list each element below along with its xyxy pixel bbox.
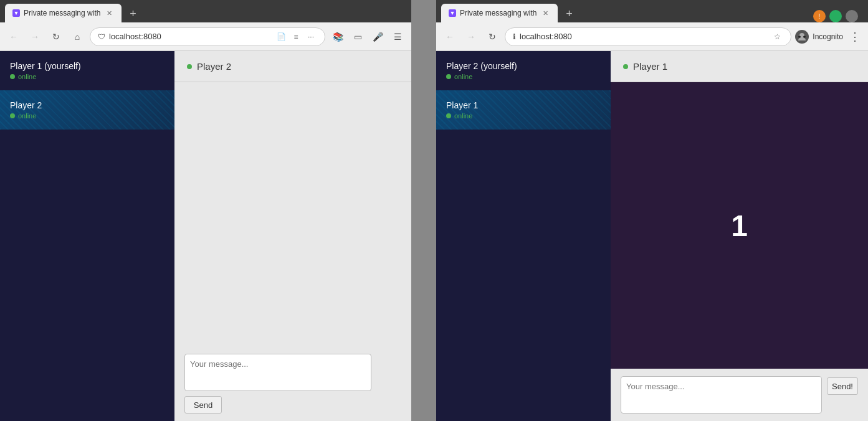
page-content-left: Player 1 (yourself) online Player 2 onli… xyxy=(0,51,411,421)
address-text-right: localhost:8080 xyxy=(520,32,572,41)
sidebar-right: Player 2 (yourself) online Player 1 onli… xyxy=(436,51,611,421)
toolbar-icons-left: 📚 ▭ 🎤 ☰ xyxy=(329,28,406,45)
address-input-left[interactable]: 🛡 localhost:8080 📄 ≡ ··· xyxy=(90,27,325,46)
player1-right-status-dot xyxy=(446,113,451,118)
sidebar-user-player2[interactable]: Player 2 online xyxy=(0,90,174,130)
gap xyxy=(411,0,436,421)
tab-close-left[interactable]: ✕ xyxy=(104,8,114,18)
tab-title-right: Private messaging with xyxy=(460,9,537,17)
svg-point-2 xyxy=(803,35,806,37)
message-input-left[interactable] xyxy=(184,354,371,391)
chat-status-dot-left xyxy=(187,64,192,69)
tab-bar-right-icons: ! xyxy=(813,10,863,22)
green-dot-icon xyxy=(829,10,842,22)
player1-right-name: Player 1 xyxy=(446,100,601,110)
player1-status-dot xyxy=(10,74,15,79)
tab-bar-right: ▼ Private messaging with ✕ + ! xyxy=(436,0,868,22)
mic-icon-left[interactable]: 🎤 xyxy=(369,28,386,45)
bookmark-icon-left[interactable]: 📄 xyxy=(275,31,287,43)
tab-left[interactable]: ▼ Private messaging with ✕ xyxy=(5,4,122,22)
browser-window-right: ▼ Private messaging with ✕ + ! ← → ↻ ℹ l… xyxy=(436,0,868,421)
chat-recipient-right: Player 1 xyxy=(633,61,667,72)
sidebar-user-player1-right[interactable]: Player 1 online xyxy=(436,90,611,130)
svg-point-1 xyxy=(798,35,801,37)
settings-icon xyxy=(846,10,858,22)
reload-button-right[interactable]: ↻ xyxy=(484,28,501,45)
tab-bar-left: ▼ Private messaging with ✕ + xyxy=(0,0,411,22)
chat-header-left: Player 2 xyxy=(174,51,411,82)
address-bar-right: ← → ↻ ℹ localhost:8080 ☆ Incognito ⋮ xyxy=(436,22,868,51)
player1-status: online xyxy=(10,73,165,80)
reader-icon-left[interactable]: ≡ xyxy=(290,31,302,43)
right-toolbar-icons: Incognito ⋮ xyxy=(795,30,863,44)
player2-right-status-dot xyxy=(446,74,451,79)
incognito-label: Incognito xyxy=(813,32,843,41)
incognito-avatar xyxy=(795,30,809,44)
address-icons-right: ☆ xyxy=(771,31,783,43)
player2-right-name: Player 2 (yourself) xyxy=(446,61,601,71)
star-icon-right[interactable]: ☆ xyxy=(771,31,783,43)
player1-name: Player 1 (yourself) xyxy=(10,61,165,71)
forward-button-right[interactable]: → xyxy=(462,28,480,45)
new-tab-button-left[interactable]: + xyxy=(124,5,141,22)
sidebar-user-player2-right[interactable]: Player 2 (yourself) online xyxy=(436,51,611,90)
message-input-right[interactable] xyxy=(621,376,822,414)
chat-input-area-left: Send xyxy=(174,346,411,421)
player2-status-text: online xyxy=(18,112,36,120)
reload-button-left[interactable]: ↻ xyxy=(47,28,65,45)
right-input-row: Send! xyxy=(621,376,858,414)
menu-button-right[interactable]: ⋮ xyxy=(847,30,863,44)
address-text-left: localhost:8080 xyxy=(109,32,161,41)
address-bar-left: ← → ↻ ⌂ 🛡 localhost:8080 📄 ≡ ··· 📚 ▭ 🎤 ☰ xyxy=(0,22,411,51)
sidebar-user-player1[interactable]: Player 1 (yourself) online xyxy=(0,51,174,90)
address-icons-left: 📄 ≡ ··· xyxy=(275,31,317,43)
send-button-left[interactable]: Send xyxy=(184,396,222,414)
player2-right-status-text: online xyxy=(454,73,472,80)
send-button-right[interactable]: Send! xyxy=(827,377,858,395)
page-content-right: Player 2 (yourself) online Player 1 onli… xyxy=(436,51,868,421)
back-button-left[interactable]: ← xyxy=(5,28,22,45)
player1-right-status: online xyxy=(446,112,601,120)
home-button-left[interactable]: ⌂ xyxy=(69,28,86,45)
chat-messages-left xyxy=(174,82,411,346)
message-number-badge: 1 xyxy=(731,209,748,243)
new-tab-button-right[interactable]: + xyxy=(560,5,578,22)
tab-title-left: Private messaging with xyxy=(24,9,100,17)
tab-favicon-right: ▼ xyxy=(449,9,456,17)
info-icon-right: ℹ xyxy=(513,32,516,41)
sidebar-left: Player 1 (yourself) online Player 2 onli… xyxy=(0,51,174,421)
browser-window-left: ▼ Private messaging with ✕ + ← → ↻ ⌂ 🛡 l… xyxy=(0,0,411,421)
sidebar-icon-left[interactable]: ▭ xyxy=(349,28,366,45)
chat-messages-right: 1 xyxy=(611,82,868,369)
chat-area-left: Player 2 Send xyxy=(174,51,411,421)
notification-icon: ! xyxy=(813,10,826,22)
chat-header-right: Player 1 xyxy=(611,51,868,82)
player2-status: online xyxy=(10,112,165,120)
address-input-right[interactable]: ℹ localhost:8080 ☆ xyxy=(505,27,791,46)
tab-close-right[interactable]: ✕ xyxy=(540,8,550,18)
player1-status-text: online xyxy=(18,73,36,80)
tab-favicon-left: ▼ xyxy=(12,9,20,17)
library-icon-left[interactable]: 📚 xyxy=(329,28,346,45)
player1-right-status-text: online xyxy=(454,112,472,120)
more-icon-left[interactable]: ··· xyxy=(305,31,317,43)
chat-area-right: Player 1 1 Send! xyxy=(611,51,868,421)
player2-right-status: online xyxy=(446,73,601,80)
tab-right[interactable]: ▼ Private messaging with ✕ xyxy=(441,4,558,22)
back-button-right[interactable]: ← xyxy=(441,28,459,45)
player2-status-dot xyxy=(10,113,15,118)
player2-name: Player 2 xyxy=(10,100,165,110)
forward-button-left[interactable]: → xyxy=(26,28,44,45)
chat-input-area-right: Send! xyxy=(611,369,868,421)
chat-recipient-left: Player 2 xyxy=(197,61,231,72)
security-icon-left: 🛡 xyxy=(98,32,105,41)
menu-icon-left[interactable]: ☰ xyxy=(389,28,406,45)
chat-status-dot-right xyxy=(623,64,628,69)
